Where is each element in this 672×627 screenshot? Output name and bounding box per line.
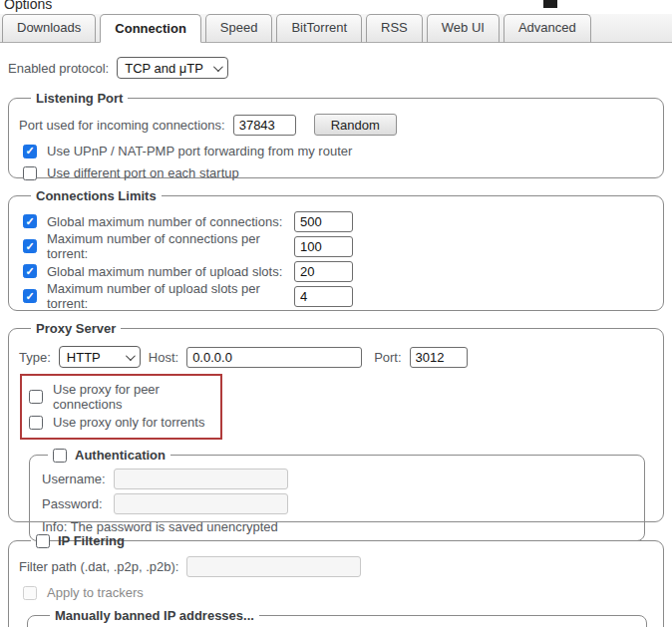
limit-row-global-connections: Global maximum number of connections: [23,211,653,231]
upload-slots-per-torrent-checkbox[interactable] [23,289,37,303]
tab-list: Downloads Connection Speed BitTorrent RS… [2,14,591,43]
filter-path-input [186,556,361,577]
proxy-type-select[interactable]: HTTP [59,346,141,368]
proxy-type-label: Type: [19,350,51,365]
password-input [114,493,288,514]
proxy-host-input[interactable] [186,347,362,368]
connections-limits-legend: Connections Limits [31,188,162,203]
username-input [114,469,288,489]
ip-filtering-fieldset: IP Filtering Filter path (.dat, .p2p, .p… [8,533,664,627]
password-unencrypted-info: Info: The password is saved unencrypted [42,519,634,534]
filter-path-row: Filter path (.dat, .p2p, .p2b): [19,556,653,577]
connections-per-torrent-input[interactable] [294,236,353,257]
enabled-protocol-select[interactable]: TCP and μTP [117,57,228,79]
tab-strip: Downloads Connection Speed BitTorrent RS… [0,14,672,43]
upnp-label: Use UPnP / NAT-PMP port forwarding from … [47,144,352,158]
username-label: Username: [42,471,114,486]
limit-row-global-upload-slots: Global maximum number of upload slots: [23,261,653,281]
tab-speed[interactable]: Speed [205,14,273,43]
incoming-port-label: Port used for incoming connections: [19,118,225,133]
incoming-port-row: Port used for incoming connections: Rand… [19,114,653,136]
red-annotation-box: Use proxy for peer connections Use proxy… [20,374,222,440]
proxy-port-label: Port: [374,350,401,365]
authentication-checkbox[interactable] [53,449,67,463]
global-connections-checkbox[interactable] [23,214,37,228]
incoming-port-input[interactable] [233,115,296,136]
tab-connection[interactable]: Connection [100,14,201,43]
different-port-row: Use different port on each startup [23,165,653,180]
global-upload-slots-label: Global maximum number of upload slots: [47,264,294,279]
chevron-down-icon [213,62,223,72]
global-connections-input[interactable] [294,211,353,232]
different-port-checkbox[interactable] [23,166,37,180]
proxy-server-fieldset: Proxy Server Type: HTTP Host: Port: Use … [8,321,664,522]
banned-ips-fieldset: Manually banned IP addresses... [27,608,647,627]
tab-advanced[interactable]: Advanced [504,14,591,43]
window-title: Options [4,0,52,12]
banned-ips-legend: Manually banned IP addresses... [50,608,259,623]
proxy-torrents-only-row: Use proxy only for torrents [29,415,216,430]
proxy-torrents-only-checkbox[interactable] [29,416,43,430]
authentication-legend: Authentication [48,448,170,463]
limit-row-connections-per-torrent: Maximum number of connections per torren… [23,236,653,256]
proxy-peer-connections-label: Use proxy for peer connections [53,382,216,412]
global-connections-label: Global maximum number of connections: [47,214,294,229]
random-port-button[interactable]: Random [314,114,397,136]
proxy-server-legend: Proxy Server [31,321,121,336]
tab-downloads[interactable]: Downloads [2,14,96,43]
proxy-torrents-only-label: Use proxy only for torrents [53,415,204,430]
connections-per-torrent-checkbox[interactable] [23,239,37,253]
global-upload-slots-checkbox[interactable] [23,264,37,278]
enabled-protocol-value: TCP and μTP [125,61,203,76]
limit-row-upload-slots-per-torrent: Maximum number of upload slots per torre… [23,286,653,306]
tab-bittorrent[interactable]: BitTorrent [276,14,362,43]
proxy-type-value: HTTP [67,350,101,365]
ip-filtering-checkbox[interactable] [36,534,50,548]
apply-to-trackers-checkbox [23,586,37,600]
upload-slots-per-torrent-label: Maximum number of upload slots per torre… [47,281,294,311]
filter-path-label: Filter path (.dat, .p2p, .p2b): [19,559,178,574]
connection-settings-panel: Enabled protocol: TCP and μTP Listening … [0,43,672,627]
connections-per-torrent-label: Maximum number of connections per torren… [47,231,294,261]
enabled-protocol-label: Enabled protocol: [8,61,109,76]
username-row: Username: [42,469,634,489]
password-label: Password: [42,496,114,511]
listening-port-legend: Listening Port [31,91,128,106]
proxy-peer-connections-row: Use proxy for peer connections [29,382,216,412]
authentication-fieldset: Authentication Username: Password: Info:… [29,448,645,541]
enabled-protocol-row: Enabled protocol: TCP and μTP [8,57,672,79]
upnp-checkbox[interactable] [23,145,37,158]
proxy-port-input[interactable] [410,347,468,368]
password-row: Password: [42,493,634,514]
upnp-row: Use UPnP / NAT-PMP port forwarding from … [23,144,653,158]
ip-filtering-legend-label: IP Filtering [58,533,125,548]
apply-to-trackers-row: Apply to trackers [23,585,653,600]
chevron-down-icon [126,351,136,361]
different-port-label: Use different port on each startup [47,165,239,180]
ip-filtering-legend: IP Filtering [31,533,130,548]
upload-slots-per-torrent-input[interactable] [294,286,353,307]
proxy-config-row: Type: HTTP Host: Port: [19,346,653,368]
listening-port-fieldset: Listening Port Port used for incoming co… [8,91,664,178]
tab-rss[interactable]: RSS [366,14,423,43]
tab-webui[interactable]: Web UI [427,14,500,43]
authentication-legend-label: Authentication [75,448,166,463]
proxy-host-label: Host: [149,350,178,365]
global-upload-slots-input[interactable] [294,261,353,282]
clipped-ui-fragment [543,0,557,8]
apply-to-trackers-label: Apply to trackers [47,585,144,600]
proxy-peer-connections-checkbox[interactable] [29,390,43,404]
connections-limits-fieldset: Connections Limits Global maximum number… [8,188,664,311]
